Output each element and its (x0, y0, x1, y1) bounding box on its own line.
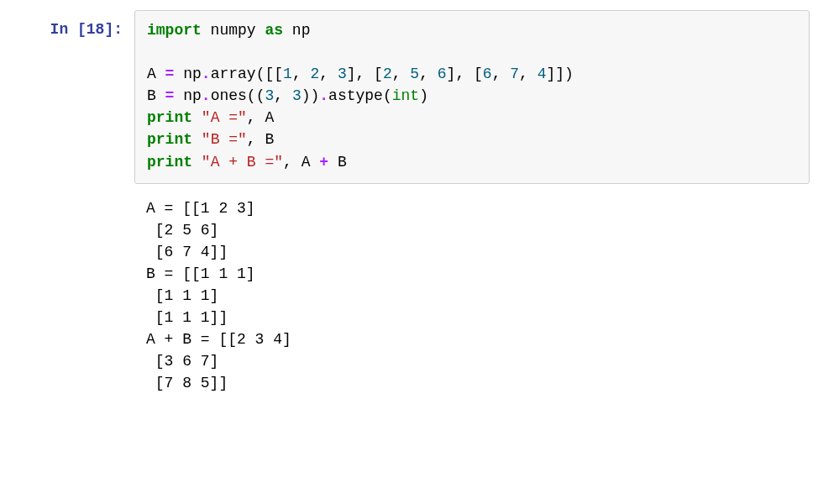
code-text: A (147, 66, 165, 82)
builtin: int (392, 87, 419, 104)
input-prompt: In [18]: (8, 10, 134, 40)
code-text: , (419, 66, 438, 82)
string: "A + B =" (202, 154, 283, 171)
output-prompt-spacer (8, 196, 134, 395)
number: 6 (438, 66, 447, 82)
code-text: , (319, 66, 338, 82)
keyword-print: print (147, 109, 192, 126)
number: 3 (292, 87, 302, 104)
string: "B =" (202, 131, 247, 148)
code-text: np (283, 22, 310, 39)
output-text: A = [[1 2 3] [2 5 6] [6 7 4]] B = [[1 1 … (146, 200, 291, 392)
number: 7 (510, 66, 519, 82)
code-input[interactable]: import numpy as np A = np.array([[1, 2, … (134, 10, 810, 184)
code-text: ], [ (347, 66, 383, 82)
code-text (192, 154, 202, 171)
code-output: A = [[1 2 3] [2 5 6] [6 7 4]] B = [[1 1 … (134, 196, 810, 395)
operator: + (319, 154, 328, 171)
code-text: , (392, 66, 411, 82)
code-text: , (519, 66, 537, 82)
operator: . (202, 87, 211, 104)
keyword-print: print (147, 154, 192, 171)
operator: = (165, 87, 175, 104)
number: 2 (383, 66, 392, 82)
code-text: array([[ (211, 66, 283, 82)
number: 3 (338, 66, 347, 82)
keyword-as: as (265, 22, 283, 39)
code-text: , A (247, 109, 274, 126)
code-text (192, 131, 202, 148)
code-text: ) (419, 87, 428, 104)
code-text: ], [ (447, 66, 483, 82)
code-text: numpy (202, 22, 265, 39)
code-text: , B (247, 131, 274, 148)
number: 4 (537, 66, 547, 82)
code-text: np (174, 87, 201, 104)
code-text: B (328, 154, 347, 171)
keyword-print: print (147, 131, 192, 148)
code-text: , A (283, 154, 319, 171)
code-text: )) (302, 87, 320, 104)
string: "A =" (202, 109, 247, 126)
code-text (192, 109, 202, 126)
output-row: A = [[1 2 3] [2 5 6] [6 7 4]] B = [[1 1 … (8, 196, 810, 395)
number: 6 (483, 66, 492, 82)
code-text: astype( (328, 87, 392, 104)
code-text: np (174, 66, 201, 82)
code-text: , (274, 87, 292, 104)
code-text: , (292, 66, 311, 82)
prompt-label: In [18]: (50, 21, 123, 38)
number: 2 (310, 66, 319, 82)
keyword-import: import (147, 22, 202, 39)
operator: . (319, 87, 328, 104)
code-text: ones(( (211, 87, 265, 104)
number: 5 (410, 66, 419, 82)
number: 1 (283, 66, 292, 82)
code-text: B (147, 87, 165, 104)
operator: = (165, 66, 175, 82)
number: 3 (265, 87, 274, 104)
notebook-cell: In [18]: import numpy as np A = np.array… (8, 10, 810, 184)
code-text: , (492, 66, 511, 82)
code-text: ]]) (546, 66, 573, 82)
operator: . (202, 66, 211, 82)
